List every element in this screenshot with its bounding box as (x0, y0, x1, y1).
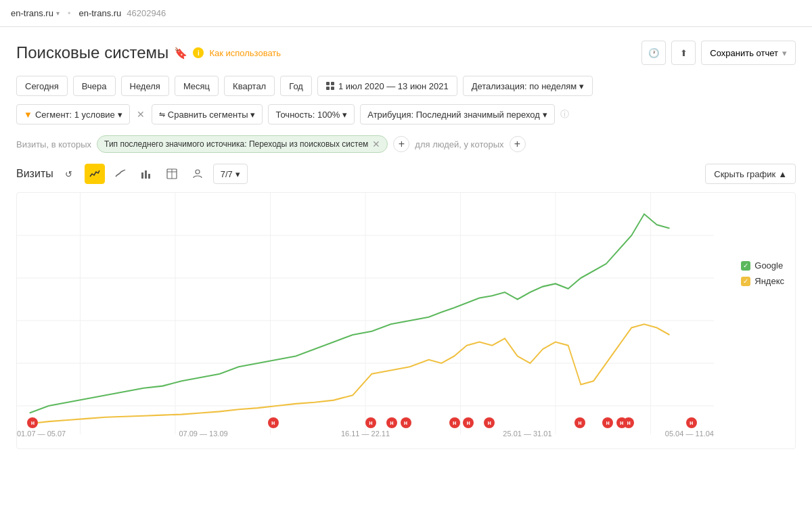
calendar-icon (326, 82, 334, 90)
save-label: Сохранить отчет (710, 48, 778, 58)
site-name-2: en-trans.ru (78, 8, 121, 18)
save-report-button[interactable]: Сохранить отчет ▾ (701, 41, 796, 65)
detail-label: Детализация: по неделям (472, 81, 577, 91)
top-bar: en-trans.ru ▾ • en-trans.ru 46202946 (0, 0, 812, 27)
bar-chart-icon (141, 168, 152, 179)
marker-13[interactable]: н (686, 417, 697, 428)
compare-arrow: ▾ (250, 110, 255, 120)
period-month[interactable]: Месяц (175, 76, 219, 96)
smoothed-icon (115, 168, 126, 179)
attribution-info-icon[interactable]: ⓘ (560, 108, 569, 120)
person-chart-button[interactable] (187, 164, 208, 184)
date-range-picker[interactable]: 1 июл 2020 — 13 июн 2021 (317, 76, 457, 96)
attribution-button[interactable]: Атрибуция: Последний значимый переход ▾ (360, 104, 555, 124)
person-icon (192, 168, 203, 179)
segment-label: Сегмент: 1 условие (35, 110, 115, 120)
period-quarter[interactable]: Квартал (224, 76, 275, 96)
x-axis-area: н н н н н н н н н н н н н 01.07 — 05.07 (17, 415, 714, 448)
page-title: Поисковые системы (16, 43, 168, 62)
x-label-5: 05.04 — 11.04 (665, 430, 714, 438)
marker-4[interactable]: н (386, 417, 397, 428)
attribution-label: Атрибуция: Последний значимый переход (367, 110, 540, 120)
legend-google: ✓ Google (741, 260, 784, 271)
line-chart-button[interactable] (85, 164, 105, 184)
x-label-2: 07.09 — 13.09 (179, 430, 227, 438)
compare-button[interactable]: ⇋ Сравнить сегменты ▾ (152, 104, 263, 124)
accuracy-button[interactable]: Точность: 100% ▾ (268, 104, 355, 124)
x-label-3: 16.11 — 22.11 (341, 430, 390, 438)
compare-label: Сравнить сегменты (168, 110, 248, 120)
yandex-legend-label: Яндекс (754, 276, 784, 286)
chart-header: Визиты ↺ (16, 164, 796, 184)
marker-2[interactable]: н (268, 417, 279, 428)
save-chevron: ▾ (782, 48, 787, 58)
site-name: en-trans.ru (11, 8, 53, 18)
detail-selector[interactable]: Детализация: по неделям ▾ (463, 76, 593, 96)
filter-row: ▼ Сегмент: 1 условие ▾ ✕ ⇋ Сравнить сегм… (16, 104, 796, 124)
svg-point-6 (196, 170, 200, 174)
export-button[interactable]: ⬆ (671, 41, 696, 65)
svg-rect-1 (145, 170, 147, 179)
marker-7[interactable]: н (463, 417, 474, 428)
condition-tag-close[interactable]: ✕ (372, 139, 380, 149)
counter-id: 46202946 (127, 8, 166, 18)
x-axis-labels: 01.07 — 05.07 07.09 — 13.09 16.11 — 22.1… (17, 428, 714, 438)
visits-label: Визиты, в которых (16, 139, 91, 149)
refresh-chart-button[interactable]: ↺ (59, 164, 79, 184)
metrics-selector[interactable]: 7/7 ▾ (213, 164, 248, 184)
period-toolbar: Сегодня Вчера Неделя Месяц Квартал Год 1… (16, 76, 796, 96)
add-condition-button[interactable]: + (393, 136, 409, 152)
period-today[interactable]: Сегодня (16, 76, 68, 96)
smoothed-chart-button[interactable] (110, 164, 131, 184)
segment-arrow: ▾ (118, 110, 122, 120)
info-icon[interactable]: i (193, 47, 204, 58)
marker-12[interactable]: н (623, 417, 634, 428)
accuracy-label: Точность: 100% (275, 110, 340, 120)
legend-yandex: ✓ Яндекс (741, 276, 784, 286)
bookmark-icon[interactable]: 🔖 (174, 47, 187, 60)
marker-3[interactable]: н (365, 417, 376, 428)
table-icon (166, 168, 177, 179)
page-title-area: Поисковые системы 🔖 i Как использовать (16, 43, 281, 62)
x-label-1: 01.07 — 05.07 (17, 430, 66, 438)
chart-title-area: Визиты ↺ (16, 164, 248, 184)
metrics-arrow: ▾ (235, 169, 240, 179)
chart-container: ✓ Google ✓ Яндекс н н н н н н н (16, 192, 796, 449)
period-week[interactable]: Неделя (121, 76, 169, 96)
compare-icon: ⇋ (159, 110, 165, 119)
header-actions: 🕐 ⬆ Сохранить отчет ▾ (641, 41, 796, 65)
hide-arrow: ▲ (778, 169, 787, 179)
table-chart-button[interactable] (162, 164, 182, 184)
site-dropdown-arrow: ▾ (56, 9, 60, 17)
hide-label: Скрыть график (714, 169, 775, 179)
history-button[interactable]: 🕐 (641, 41, 666, 65)
marker-10[interactable]: н (602, 417, 613, 428)
hide-chart-button[interactable]: Скрыть график ▲ (705, 164, 796, 184)
page-header: Поисковые системы 🔖 i Как использовать 🕐… (16, 41, 796, 65)
accuracy-arrow: ▾ (342, 110, 347, 120)
chart-svg (17, 193, 714, 448)
condition-tag: Тип последнего значимого источника: Пере… (97, 135, 388, 153)
bar-chart-button[interactable] (136, 164, 156, 184)
segment-close-button[interactable]: ✕ (135, 109, 146, 120)
metrics-label: 7/7 (221, 169, 233, 179)
google-legend-label: Google (754, 260, 783, 271)
segment-button[interactable]: ▼ Сегмент: 1 условие ▾ (16, 104, 130, 124)
main-content: Поисковые системы 🔖 i Как использовать 🕐… (0, 27, 812, 531)
marker-8[interactable]: н (484, 417, 495, 428)
marker-6[interactable]: н (449, 417, 460, 428)
chart-legend: ✓ Google ✓ Яндекс (741, 260, 784, 286)
marker-9[interactable]: н (574, 417, 585, 428)
period-year[interactable]: Год (280, 76, 312, 96)
x-label-4: 25.01 — 31.01 (503, 430, 551, 438)
how-to-use-link[interactable]: Как использовать (209, 48, 281, 58)
marker-1[interactable]: н (27, 417, 38, 428)
svg-rect-2 (148, 174, 150, 179)
chart-title: Визиты (16, 168, 53, 180)
add-people-condition-button[interactable]: + (510, 136, 526, 152)
for-people-label: для людей, у которых (415, 139, 503, 149)
period-yesterday[interactable]: Вчера (73, 76, 116, 96)
chart-section: Визиты ↺ (16, 164, 796, 449)
marker-5[interactable]: н (401, 417, 411, 428)
site-selector[interactable]: en-trans.ru ▾ (11, 8, 60, 18)
